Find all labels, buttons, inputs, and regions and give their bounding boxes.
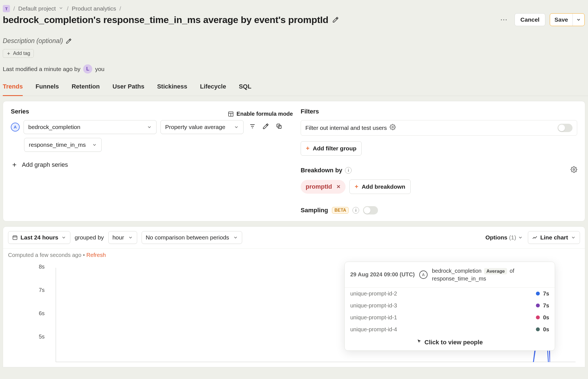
tab-stickiness[interactable]: Stickiness — [157, 83, 187, 96]
close-icon[interactable]: ✕ — [336, 184, 341, 190]
breakdown-label: Breakdown by — [301, 167, 342, 174]
chart-panel: Last 24 hours grouped by hour No compari… — [3, 226, 585, 367]
plus-icon: + — [306, 145, 310, 152]
tab-sql[interactable]: SQL — [239, 83, 251, 96]
property-select-value: response_time_in_ms — [29, 142, 86, 148]
refresh-link[interactable]: Refresh — [86, 252, 106, 258]
sampling-toggle[interactable] — [363, 206, 378, 214]
aggregation-select-value: Property value average — [165, 124, 225, 130]
line-chart-icon — [532, 235, 538, 240]
org-tile[interactable]: T — [3, 5, 10, 12]
formula-icon — [228, 111, 234, 117]
time-range-select[interactable]: Last 24 hours — [8, 231, 70, 244]
tooltip-footer-text: Click to view people — [425, 339, 483, 346]
breadcrumb-sep: / — [118, 5, 123, 12]
chart-type-select[interactable]: Line chart — [528, 231, 580, 244]
plus-icon — [11, 161, 18, 168]
tab-user-paths[interactable]: User Paths — [113, 83, 144, 96]
options-button[interactable]: Options (1) — [485, 234, 523, 241]
chevron-down-icon — [128, 235, 133, 240]
breadcrumb-section[interactable]: Product analytics — [72, 5, 116, 12]
chevron-down-icon — [571, 235, 576, 240]
copy-icon[interactable] — [274, 121, 284, 133]
breadcrumb: T / Default project / Product analytics … — [3, 2, 585, 12]
save-button-main[interactable]: Save — [550, 14, 573, 26]
comparison-select[interactable]: No comparison between periods — [142, 231, 242, 244]
enable-formula-mode-button[interactable]: Enable formula mode — [228, 111, 293, 117]
more-menu-button[interactable]: ⋯ — [497, 14, 510, 25]
chart-type-value: Line chart — [540, 234, 568, 241]
filter-internal-toggle[interactable] — [558, 124, 572, 132]
options-label: Options — [485, 234, 507, 241]
filter-icon[interactable] — [247, 121, 257, 133]
description-placeholder[interactable]: Description (optional) — [3, 37, 63, 45]
y-tick: 8s — [39, 263, 45, 270]
add-graph-series-button[interactable]: Add graph series — [11, 161, 293, 168]
page-title: bedrock_completion's response_time_in_ms… — [3, 14, 328, 25]
chevron-down-icon — [518, 235, 523, 240]
tooltip-agg-badge: Average — [484, 268, 507, 274]
chart-tooltip: 29 Aug 2024 09:00 (UTC) A bedrock_comple… — [344, 262, 555, 351]
tooltip-footer[interactable]: Click to view people — [345, 335, 555, 350]
save-button[interactable]: Save — [550, 13, 585, 26]
event-select[interactable]: bedrock_completion — [24, 120, 157, 134]
add-breakdown-label: Add breakdown — [362, 183, 405, 190]
sampling-label: Sampling — [301, 207, 328, 214]
cancel-button[interactable]: Cancel — [515, 13, 545, 26]
tooltip-property: response_time_in_ms — [432, 276, 486, 282]
pencil-icon[interactable] — [261, 121, 271, 133]
y-tick: 6s — [39, 310, 45, 316]
tabs: Trends Funnels Retention User Paths Stic… — [0, 77, 588, 96]
y-axis: 8s 7s 6s 5s — [9, 263, 48, 367]
gear-icon[interactable] — [571, 166, 577, 175]
tooltip-series-badge: A — [419, 271, 428, 279]
group-unit-value: hour — [113, 234, 124, 241]
tooltip-time: 29 Aug 2024 09:00 (UTC) — [350, 271, 415, 278]
add-tag-button[interactable]: Add tag — [3, 49, 34, 58]
time-range-value: Last 24 hours — [21, 234, 58, 241]
pencil-icon[interactable] — [332, 16, 339, 23]
gear-icon[interactable] — [390, 124, 396, 132]
add-filter-group-button[interactable]: + Add filter group — [301, 141, 362, 156]
add-series-label: Add graph series — [22, 161, 68, 168]
tab-retention[interactable]: Retention — [71, 83, 99, 96]
avatar[interactable]: L — [83, 64, 92, 74]
tooltip-row: unique-prompt-id-27s — [345, 288, 555, 300]
filters-title: Filters — [301, 108, 577, 115]
tab-trends[interactable]: Trends — [3, 83, 23, 96]
event-select-value: bedrock_completion — [28, 124, 80, 130]
svg-point-12 — [392, 126, 393, 128]
chevron-down-icon — [61, 235, 66, 240]
chevron-down-icon — [233, 235, 238, 240]
add-filter-group-label: Add filter group — [313, 145, 356, 152]
aggregation-select[interactable]: Property value average — [160, 120, 244, 134]
chevron-down-icon[interactable] — [58, 5, 63, 12]
property-select[interactable]: response_time_in_ms — [24, 138, 102, 152]
breadcrumb-sep: / — [65, 5, 70, 12]
tooltip-row: unique-prompt-id-40s — [345, 324, 555, 335]
add-breakdown-button[interactable]: + Add breakdown — [349, 180, 410, 194]
info-icon[interactable]: i — [352, 207, 359, 214]
computed-sep: • — [83, 252, 86, 258]
filter-internal-label: Filter out internal and test users — [305, 125, 387, 131]
breakdown-pill[interactable]: promptId ✕ — [301, 180, 346, 194]
breadcrumb-sep: / — [12, 5, 17, 12]
tab-lifecycle[interactable]: Lifecycle — [200, 83, 226, 96]
breadcrumb-project[interactable]: Default project — [18, 5, 56, 12]
series-title: Series — [11, 108, 29, 115]
comparison-value: No comparison between periods — [146, 234, 229, 241]
save-button-dropdown[interactable] — [573, 14, 584, 26]
y-tick: 5s — [39, 333, 45, 340]
chevron-down-icon — [234, 125, 239, 130]
enable-formula-label: Enable formula mode — [237, 111, 293, 117]
tooltip-event: bedrock_completion — [432, 268, 482, 274]
pencil-icon[interactable] — [66, 38, 72, 44]
breakdown-pill-label: promptId — [306, 183, 332, 190]
group-unit-select[interactable]: hour — [108, 231, 137, 244]
tab-funnels[interactable]: Funnels — [35, 83, 59, 96]
svg-rect-14 — [13, 236, 17, 239]
beta-badge: BETA — [332, 207, 349, 214]
chart-plot[interactable]: 8s 7s 6s 5s 29 Aug 2024 09:00 (UTC) A be… — [3, 262, 585, 367]
series-badge: A — [11, 123, 20, 132]
info-icon[interactable]: i — [345, 167, 352, 174]
